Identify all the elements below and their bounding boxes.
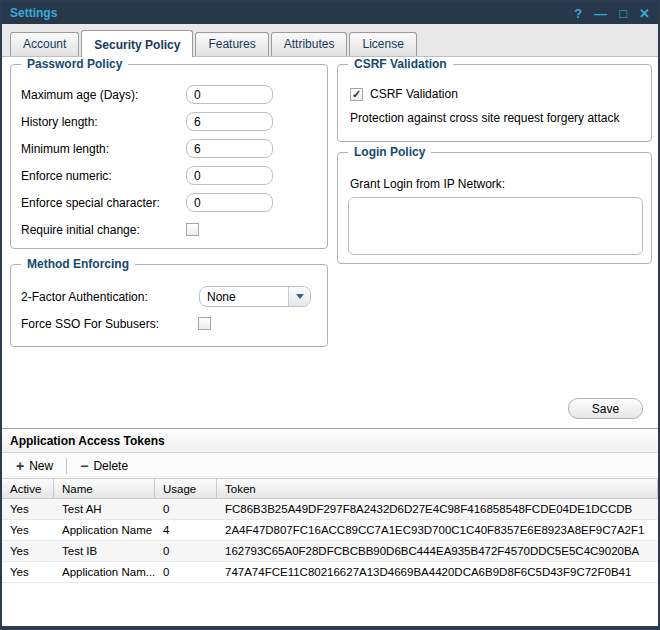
- cell-name: Test AH: [54, 503, 155, 515]
- security-policy-panel: Password Policy Maximum age (Days): Hist…: [2, 57, 658, 428]
- min-length-label: Minimum length:: [21, 142, 109, 156]
- require-initial-change-checkbox[interactable]: [186, 223, 199, 236]
- group-title: Method Enforcing: [21, 257, 135, 271]
- form-row: Minimum length:: [11, 135, 327, 162]
- grant-login-label: Grant Login from IP Network:: [350, 177, 651, 191]
- cell-token: FC86B3B25A49DF297F8A2432D6D27E4C98F41685…: [217, 503, 658, 515]
- tab-features[interactable]: Features: [195, 32, 268, 56]
- new-token-button[interactable]: + New: [10, 457, 59, 475]
- enforce-special-input[interactable]: [186, 193, 273, 212]
- require-initial-change-label: Require initial change:: [21, 223, 140, 237]
- settings-window: Settings ? — □ ✕ Account Security Policy…: [0, 0, 660, 630]
- dropdown-value: None: [200, 290, 288, 304]
- csrf-validation-group: CSRF Validation ✓ CSRF Validation Protec…: [337, 64, 652, 142]
- group-title: CSRF Validation: [348, 57, 453, 71]
- enforce-numeric-input[interactable]: [186, 166, 273, 185]
- column-header-token[interactable]: Token: [217, 479, 658, 498]
- new-button-label: New: [29, 459, 53, 473]
- form-row: Enforce special character:: [11, 189, 327, 216]
- tab-license[interactable]: License: [349, 32, 416, 56]
- force-sso-label: Force SSO For Subusers:: [21, 317, 159, 331]
- grant-login-textarea[interactable]: [348, 197, 643, 255]
- minus-icon: −: [80, 459, 88, 473]
- csrf-validation-checkbox[interactable]: ✓: [350, 88, 363, 101]
- csrf-checkbox-label: CSRF Validation: [370, 87, 458, 101]
- tokens-table-header: Active Name Usage Token: [2, 478, 658, 499]
- plus-icon: +: [16, 459, 24, 473]
- cell-name: Test IB: [54, 545, 155, 557]
- cell-usage: 0: [155, 503, 217, 515]
- csrf-description: Protection against cross site request fo…: [338, 111, 651, 125]
- cell-usage: 4: [155, 524, 217, 536]
- group-title: Password Policy: [21, 57, 128, 71]
- form-row: Maximum age (Days):: [11, 81, 327, 108]
- column-header-active[interactable]: Active: [2, 479, 54, 498]
- enforce-numeric-label: Enforce numeric:: [21, 169, 112, 183]
- tab-account[interactable]: Account: [10, 32, 79, 56]
- enforce-special-label: Enforce special character:: [21, 196, 160, 210]
- form-row: Enforce numeric:: [11, 162, 327, 189]
- help-icon[interactable]: ?: [574, 7, 582, 20]
- application-access-tokens-panel: Application Access Tokens + New − Delete…: [2, 428, 658, 626]
- title-bar: Settings ? — □ ✕: [2, 2, 658, 24]
- tokens-toolbar: + New − Delete: [2, 453, 658, 478]
- min-length-input[interactable]: [186, 139, 273, 158]
- history-length-input[interactable]: [186, 112, 273, 131]
- max-age-label: Maximum age (Days):: [21, 88, 138, 102]
- form-row: Require initial change:: [11, 216, 327, 243]
- tab-strip: Account Security Policy Features Attribu…: [2, 24, 658, 57]
- two-factor-label: 2-Factor Authentication:: [21, 290, 148, 304]
- panel-title: Application Access Tokens: [2, 429, 658, 453]
- save-button[interactable]: Save: [568, 398, 643, 419]
- group-title: Login Policy: [348, 145, 431, 159]
- form-row: 2-Factor Authentication: None: [11, 283, 327, 310]
- delete-token-button[interactable]: − Delete: [74, 457, 134, 475]
- password-policy-group: Password Policy Maximum age (Days): Hist…: [10, 64, 328, 249]
- window-title: Settings: [10, 6, 57, 20]
- close-icon[interactable]: ✕: [639, 7, 650, 20]
- cell-active: Yes: [2, 503, 54, 515]
- column-header-usage[interactable]: Usage: [155, 479, 217, 498]
- form-row: History length:: [11, 108, 327, 135]
- form-row: ✓ CSRF Validation: [338, 87, 651, 101]
- table-row[interactable]: Yes Application Nam... 0 747A74FCE11C802…: [2, 562, 658, 583]
- force-sso-checkbox[interactable]: [198, 317, 211, 330]
- cell-usage: 0: [155, 566, 217, 578]
- cell-name: Application Name: [54, 524, 155, 536]
- dropdown-button[interactable]: [288, 287, 310, 306]
- chevron-down-icon: [296, 294, 304, 299]
- minimize-icon[interactable]: —: [594, 7, 607, 20]
- two-factor-dropdown[interactable]: None: [199, 286, 311, 307]
- table-row[interactable]: Yes Application Name 4 2A4F47D807FC16ACC…: [2, 520, 658, 541]
- cell-active: Yes: [2, 524, 54, 536]
- max-age-input[interactable]: [186, 85, 273, 104]
- table-row[interactable]: Yes Test AH 0 FC86B3B25A49DF297F8A2432D6…: [2, 499, 658, 520]
- cell-name: Application Nam...: [54, 566, 155, 578]
- login-policy-group: Login Policy Grant Login from IP Network…: [337, 152, 652, 264]
- cell-active: Yes: [2, 545, 54, 557]
- tab-attributes[interactable]: Attributes: [271, 32, 348, 56]
- cell-token: 747A74FCE11C80216627A13D4669BA4420DCA6B9…: [217, 566, 658, 578]
- history-length-label: History length:: [21, 115, 98, 129]
- cell-usage: 0: [155, 545, 217, 557]
- method-enforcing-group: Method Enforcing 2-Factor Authentication…: [10, 264, 328, 347]
- toolbar-separator: [66, 458, 67, 474]
- maximize-icon[interactable]: □: [619, 7, 627, 20]
- cell-token: 162793C65A0F28DFCBCBB90D6BC444EA935B472F…: [217, 545, 658, 557]
- form-row: Force SSO For Subusers:: [11, 310, 327, 337]
- cell-active: Yes: [2, 566, 54, 578]
- tab-security-policy[interactable]: Security Policy: [81, 30, 193, 57]
- cell-token: 2A4F47D807FC16ACC89CC7A1EC93D700C1C40F83…: [217, 524, 658, 536]
- table-row[interactable]: Yes Test IB 0 162793C65A0F28DFCBCBB90D6B…: [2, 541, 658, 562]
- tokens-table: Active Name Usage Token Yes Test AH 0 FC…: [2, 478, 658, 583]
- column-header-name[interactable]: Name: [54, 479, 155, 498]
- delete-button-label: Delete: [93, 459, 128, 473]
